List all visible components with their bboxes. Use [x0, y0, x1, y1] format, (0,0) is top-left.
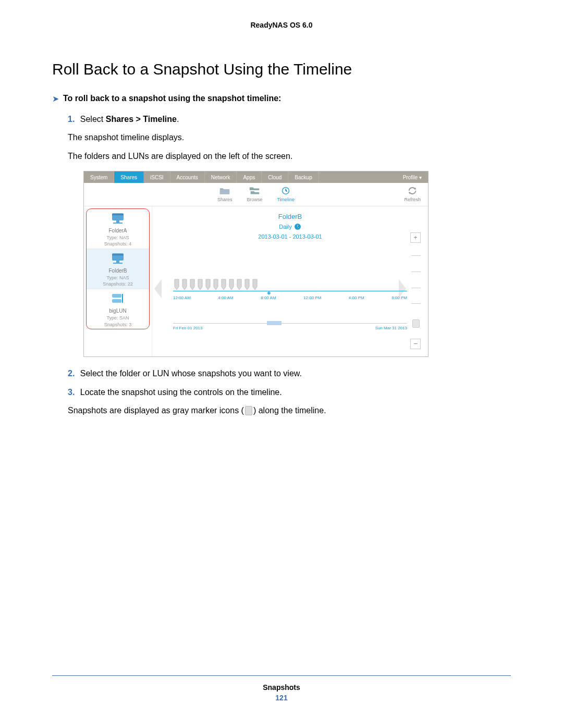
section-title: Roll Back to a Snapshot Using the Timeli…	[52, 60, 511, 78]
profile-menu[interactable]: Profile▾	[397, 171, 428, 183]
page-footer: Snapshots 121	[52, 675, 511, 702]
date-end: Sun Mar 31 2013	[375, 325, 407, 331]
sidebar-item-biglun[interactable]: bigLUN Type: SAN Snapshots: 3	[87, 289, 149, 329]
item-snapshots: Snapshots: 22	[87, 281, 149, 288]
san-lun-icon	[87, 292, 149, 306]
step-number: 2.	[68, 369, 75, 378]
footer-page-number: 121	[52, 694, 511, 702]
date-window[interactable]	[267, 321, 282, 325]
timeline-prev-arrow[interactable]	[154, 279, 162, 298]
screenshot-figure: System Shares iSCSI Accounts Network App…	[83, 171, 429, 357]
timeline-mode[interactable]: Daily	[173, 223, 407, 231]
toolbar-timeline[interactable]: Timeline	[277, 186, 295, 204]
svg-rect-6	[112, 254, 124, 255]
procedure-heading: ➤ To roll back to a snapshot using the s…	[52, 94, 511, 104]
step-text: Select the folder or LUN whose snapshots…	[80, 369, 302, 378]
tab-apps[interactable]: Apps	[237, 171, 262, 183]
step-subtext: The folders and LUNs are displayed on th…	[68, 150, 511, 163]
item-type: Type: NAS	[87, 275, 149, 281]
tab-backup[interactable]: Backup	[288, 171, 319, 183]
step-number: 3.	[68, 388, 75, 397]
hour-timeline[interactable]: ◈ 12:00 AM4:00 AM8:00 AM12:00 PM4:00 PM8…	[173, 266, 407, 307]
sidebar-item-foldera[interactable]: FolderA Type: NAS Snapshots: 4	[87, 209, 149, 249]
svg-rect-4	[113, 223, 123, 224]
zoom-scale[interactable]	[411, 248, 421, 336]
step-text-bold: Shares > Timeline	[106, 115, 177, 124]
step-subtext: Snapshots are displayed as gray marker i…	[68, 404, 511, 417]
clock-icon	[280, 186, 291, 195]
nas-folder-icon	[87, 212, 149, 226]
item-name: FolderA	[87, 227, 149, 235]
step-1: 1. Select Shares > Timeline. The snapsho…	[68, 113, 511, 357]
toolbar: Shares Browse Timeline Refresh	[84, 183, 428, 206]
tab-accounts[interactable]: Accounts	[170, 171, 205, 183]
timeline-title: FolderB	[173, 212, 407, 222]
chevron-down-icon: ▾	[419, 174, 422, 181]
sidebar-item-folderb[interactable]: FolderB Type: NAS Snapshots: 22	[87, 249, 149, 289]
timeline-panel: FolderB Daily 2013-03-01 - 2013-03-01 + …	[152, 206, 428, 356]
toolbar-shares[interactable]: Shares	[217, 186, 232, 204]
marker-shape-icon	[245, 406, 252, 415]
item-name: FolderB	[87, 267, 149, 275]
app-topnav: System Shares iSCSI Accounts Network App…	[84, 171, 428, 183]
zoom-in-button[interactable]: +	[410, 232, 421, 243]
doc-header: ReadyNAS OS 6.0	[52, 21, 511, 29]
snapshot-markers	[173, 279, 259, 291]
svg-rect-10	[112, 299, 121, 303]
item-type: Type: SAN	[87, 315, 149, 322]
clock-small-icon	[294, 223, 301, 230]
step-number: 1.	[68, 115, 75, 124]
step-2: 2. Select the folder or LUN whose snapsh…	[68, 367, 511, 380]
toolbar-browse[interactable]: Browse	[247, 186, 262, 204]
nas-folder-icon	[87, 252, 149, 266]
svg-rect-8	[113, 263, 123, 264]
date-start: Fri Feb 01 2013	[173, 325, 202, 331]
step-subtext: The snapshot timeline displays.	[68, 131, 511, 144]
tab-network[interactable]: Network	[205, 171, 237, 183]
tab-shares[interactable]: Shares	[114, 171, 144, 183]
svg-rect-3	[116, 220, 119, 223]
step-text: Select	[80, 115, 106, 124]
item-name: bigLUN	[87, 307, 149, 315]
svg-rect-2	[112, 214, 124, 215]
browse-icon	[249, 186, 260, 195]
item-type: Type: NAS	[87, 235, 149, 241]
item-snapshots: Snapshots: 4	[87, 241, 149, 248]
step-text: .	[177, 115, 179, 124]
step-text: Locate the snapshot using the controls o…	[80, 388, 282, 397]
item-snapshots: Snapshots: 3	[87, 322, 149, 328]
time-ticks: 12:00 AM4:00 AM8:00 AM12:00 PM4:00 PM8:0…	[173, 295, 407, 301]
tab-iscsi[interactable]: iSCSI	[144, 171, 170, 183]
toolbar-refresh[interactable]: Refresh	[404, 186, 421, 204]
step-3: 3. Locate the snapshot using the control…	[68, 386, 511, 417]
zoom-thumb[interactable]	[412, 319, 420, 328]
footer-title: Snapshots	[52, 683, 511, 692]
zoom-out-button[interactable]: −	[410, 339, 421, 349]
sidebar: FolderA Type: NAS Snapshots: 4 FolderB T…	[84, 206, 152, 356]
procedure-heading-text: To roll back to a snapshot using the sna…	[63, 94, 281, 103]
svg-rect-9	[112, 294, 121, 298]
svg-rect-11	[122, 294, 123, 303]
tab-cloud[interactable]: Cloud	[262, 171, 288, 183]
callout-red-oval: FolderA Type: NAS Snapshots: 4 FolderB T…	[86, 208, 150, 330]
svg-rect-7	[116, 261, 119, 263]
folder-icon	[219, 186, 230, 195]
refresh-icon	[407, 186, 418, 195]
date-overview-bar[interactable]: Fri Feb 01 2013 Sun Mar 31 2013	[173, 318, 407, 328]
timeline-range: 2013-03-01 - 2013-03-01	[173, 232, 407, 241]
tab-system[interactable]: System	[84, 171, 114, 183]
triangle-right-icon: ➤	[52, 94, 59, 104]
